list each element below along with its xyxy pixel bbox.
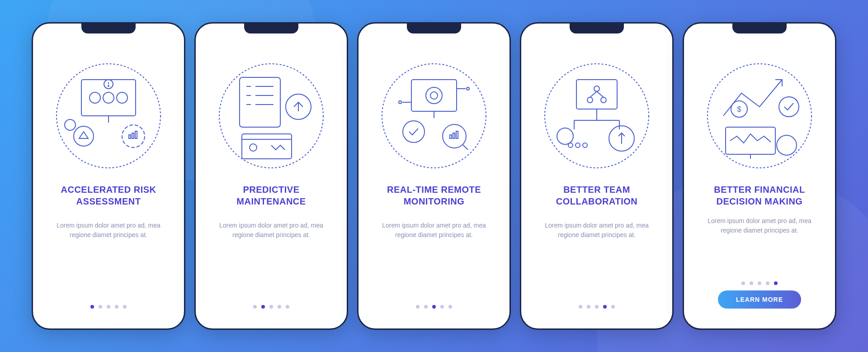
pagination-dots[interactable] bbox=[579, 305, 615, 309]
onboarding-screen-1: ACCELERATED RISK ASSESSMENT Lorem ipsum … bbox=[32, 22, 185, 330]
dot[interactable] bbox=[587, 305, 590, 309]
dot[interactable] bbox=[741, 281, 745, 285]
svg-point-57 bbox=[576, 143, 580, 147]
onboarding-screen-4: BETTER TEAM COLLABORATION Lorem ipsum do… bbox=[520, 22, 674, 330]
dot[interactable] bbox=[448, 305, 452, 309]
dot[interactable] bbox=[611, 305, 615, 309]
svg-rect-42 bbox=[456, 131, 458, 138]
svg-point-35 bbox=[399, 101, 401, 104]
svg-point-6 bbox=[108, 86, 109, 86]
svg-point-7 bbox=[90, 92, 100, 103]
onboarding-screen-3: REAL-TIME REMOTE MONITORING Lorem ipsum … bbox=[357, 22, 511, 330]
svg-rect-12 bbox=[129, 135, 131, 138]
pagination-dots[interactable] bbox=[90, 305, 127, 309]
svg-point-55 bbox=[557, 128, 573, 144]
svg-rect-40 bbox=[450, 135, 452, 138]
svg-rect-41 bbox=[453, 133, 455, 138]
svg-line-50 bbox=[597, 91, 604, 97]
dot[interactable] bbox=[774, 281, 778, 285]
phone-notch bbox=[732, 24, 787, 33]
onboarding-screen-5: $ BETTER FINANCIAL DECISION MAKING Lorem… bbox=[683, 22, 836, 330]
dot[interactable] bbox=[416, 305, 420, 309]
pagination-dots[interactable] bbox=[741, 281, 778, 285]
screen-body: Lorem ipsum dolor amet pro ad, mea regio… bbox=[42, 221, 175, 240]
learn-more-button[interactable]: LEARN MORE bbox=[718, 290, 801, 309]
dot[interactable] bbox=[595, 305, 599, 309]
screen-body: Lorem ipsum dolor amet pro ad, mea regio… bbox=[205, 221, 338, 240]
dot[interactable] bbox=[424, 305, 428, 309]
dot[interactable] bbox=[107, 305, 110, 309]
svg-point-67 bbox=[777, 135, 797, 155]
phone-notch bbox=[244, 24, 298, 33]
svg-point-56 bbox=[568, 143, 573, 147]
svg-point-9 bbox=[117, 92, 127, 103]
screen-title: REAL-TIME REMOTE MONITORING bbox=[368, 184, 500, 207]
risk-assessment-icon bbox=[50, 57, 167, 175]
svg-point-33 bbox=[467, 87, 469, 90]
dot[interactable] bbox=[278, 305, 281, 309]
svg-point-31 bbox=[430, 92, 438, 99]
dot[interactable] bbox=[269, 305, 273, 309]
dot[interactable] bbox=[286, 305, 289, 309]
svg-line-43 bbox=[462, 144, 468, 150]
svg-point-46 bbox=[594, 86, 599, 91]
team-collaboration-icon bbox=[538, 57, 656, 175]
dot[interactable] bbox=[579, 305, 582, 309]
dot[interactable] bbox=[115, 305, 118, 309]
svg-rect-64 bbox=[726, 127, 775, 154]
svg-point-47 bbox=[587, 97, 593, 103]
dot[interactable] bbox=[123, 305, 127, 309]
financial-decision-icon: $ bbox=[701, 57, 818, 175]
svg-point-38 bbox=[403, 121, 425, 143]
svg-point-58 bbox=[583, 143, 587, 147]
pagination-dots[interactable] bbox=[416, 305, 452, 309]
screen-body: Lorem ipsum dolor amet pro ad, mea regio… bbox=[693, 216, 826, 235]
svg-point-8 bbox=[103, 92, 114, 103]
screen-body: Lorem ipsum dolor amet pro ad, mea regio… bbox=[530, 221, 663, 240]
svg-rect-13 bbox=[132, 133, 134, 138]
dot[interactable] bbox=[603, 305, 607, 309]
dot[interactable] bbox=[750, 281, 753, 285]
dot[interactable] bbox=[440, 305, 444, 309]
svg-rect-29 bbox=[411, 80, 457, 111]
svg-point-27 bbox=[250, 144, 257, 151]
dot[interactable] bbox=[432, 305, 436, 309]
dot[interactable] bbox=[90, 305, 94, 309]
dot[interactable] bbox=[758, 281, 761, 285]
remote-monitoring-icon bbox=[375, 57, 493, 175]
svg-rect-14 bbox=[135, 131, 137, 138]
pagination-dots[interactable] bbox=[253, 305, 289, 309]
svg-rect-45 bbox=[576, 80, 617, 109]
screen-title: PREDICTIVE MAINTENANCE bbox=[205, 184, 338, 207]
phone-notch bbox=[81, 24, 136, 33]
dot[interactable] bbox=[261, 305, 265, 309]
screen-title: BETTER TEAM COLLABORATION bbox=[530, 184, 663, 207]
svg-point-60 bbox=[708, 64, 811, 168]
svg-point-30 bbox=[426, 87, 442, 104]
predictive-maintenance-icon bbox=[212, 57, 330, 175]
dot[interactable] bbox=[766, 281, 769, 285]
dot[interactable] bbox=[99, 305, 102, 309]
svg-line-49 bbox=[590, 91, 597, 97]
screen-title: BETTER FINANCIAL DECISION MAKING bbox=[693, 184, 826, 207]
svg-point-10 bbox=[74, 126, 94, 146]
phone-notch bbox=[570, 24, 624, 33]
screen-body: Lorem ipsum dolor amet pro ad, mea regio… bbox=[368, 221, 500, 240]
dot[interactable] bbox=[253, 305, 257, 309]
svg-point-15 bbox=[65, 119, 75, 130]
phone-notch bbox=[407, 24, 461, 33]
svg-text:$: $ bbox=[737, 105, 741, 113]
svg-point-63 bbox=[779, 97, 799, 117]
screen-title: ACCELERATED RISK ASSESSMENT bbox=[42, 184, 175, 207]
svg-point-48 bbox=[601, 97, 606, 103]
phone-row: ACCELERATED RISK ASSESSMENT Lorem ipsum … bbox=[32, 22, 836, 330]
onboarding-screen-2: PREDICTIVE MAINTENANCE Lorem ipsum dolor… bbox=[194, 22, 348, 330]
svg-rect-17 bbox=[240, 77, 280, 127]
